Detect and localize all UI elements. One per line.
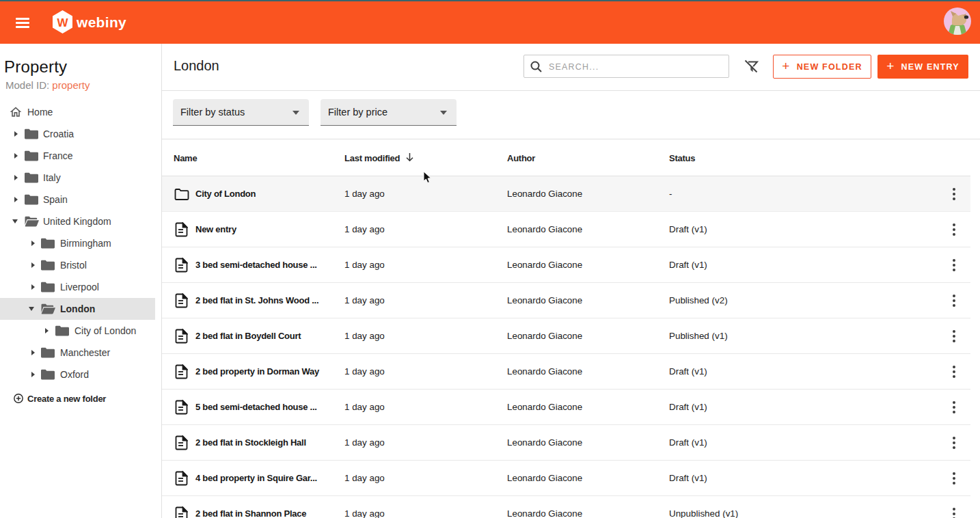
svg-text:W: W <box>57 16 68 29</box>
